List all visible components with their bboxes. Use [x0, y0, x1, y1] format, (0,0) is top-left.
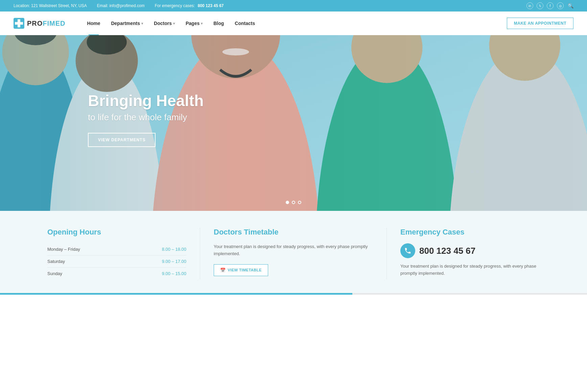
info-section: Opening Hours Monday – Friday 8.00 – 18.…: [0, 211, 587, 293]
facebook-icon[interactable]: f: [547, 2, 554, 9]
svg-rect-1: [15, 22, 23, 25]
doctors-timetable-block: Doctors Timetable Your treatment plan is…: [200, 228, 387, 279]
emergency-block: Emergency Cases 800 123 45 67 Your treat…: [387, 228, 573, 279]
logo[interactable]: PROFIMED: [14, 18, 66, 29]
emergency-title: Emergency Cases: [400, 228, 540, 237]
hours-row-2: Saturday 9.00 – 17.00: [47, 255, 186, 268]
main-nav: Home Departments ▾ Doctors ▾ Pages ▾ Blo…: [83, 11, 507, 35]
search-icon[interactable]: 🔍: [568, 3, 573, 8]
opening-hours-block: Opening Hours Monday – Friday 8.00 – 18.…: [14, 228, 200, 279]
emergency-text: For emergency cases: 800 123 45 67: [155, 3, 224, 8]
phone-svg-icon: [404, 247, 412, 254]
slider-dot-2[interactable]: [292, 201, 295, 204]
timetable-description: Your treatment plan is designed for stea…: [214, 243, 373, 258]
hours-row-3: Sunday 9.00 – 15.00: [47, 268, 186, 279]
nav-item-contacts[interactable]: Contacts: [230, 11, 260, 35]
slider-dots: [286, 201, 301, 204]
emergency-description: Your treatment plan is designed for stea…: [400, 263, 540, 277]
emergency-phone-number: 800 123 45 67: [419, 246, 475, 256]
time-3: 9.00 – 15.00: [162, 271, 186, 276]
twitter-icon[interactable]: 𝕏: [537, 2, 543, 9]
location-text: Location: 121 Wallstreet Street, NY, USA: [14, 3, 87, 8]
day-2: Saturday: [47, 259, 65, 264]
logo-icon: [14, 18, 24, 29]
nav-item-departments[interactable]: Departments ▾: [106, 11, 148, 35]
plus-logo-icon: [14, 19, 24, 28]
nav-item-pages[interactable]: Pages ▾: [181, 11, 207, 35]
top-bar-right: in 𝕏 f ◎ 🔍: [526, 2, 573, 9]
phone-icon: [400, 243, 415, 258]
header: PROFIMED Home Departments ▾ Doctors ▾ Pa…: [0, 11, 587, 35]
day-3: Sunday: [47, 271, 62, 276]
social-icons: in 𝕏 f ◎: [526, 2, 564, 9]
instagram-icon[interactable]: ◎: [557, 2, 564, 9]
top-bar: Location: 121 Wallstreet Street, NY, USA…: [0, 0, 587, 11]
hero-section: Bringing Health to life for the whole fa…: [0, 35, 587, 211]
email-text: Email: info@profimed.com: [97, 3, 145, 8]
emergency-phone-text: 800 123 45 67: [198, 3, 224, 8]
appointment-button[interactable]: MAKE AN APPOINTMENT: [507, 18, 573, 29]
hero-subtitle: to life for the whole family: [88, 112, 204, 123]
nav-item-blog[interactable]: Blog: [209, 11, 229, 35]
slider-dot-1[interactable]: [286, 201, 289, 204]
chevron-down-icon: ▾: [141, 22, 143, 25]
nav-item-home[interactable]: Home: [83, 11, 105, 35]
hours-row-1: Monday – Friday 8.00 – 18.00: [47, 243, 186, 255]
logo-text: PROFIMED: [27, 20, 66, 27]
time-2: 9.00 – 17.00: [162, 259, 186, 264]
nav-item-doctors[interactable]: Doctors ▾: [149, 11, 180, 35]
slider-dot-3[interactable]: [298, 201, 301, 204]
opening-hours-title: Opening Hours: [47, 228, 186, 237]
view-departments-button[interactable]: VIEW DEPARTMENTS: [88, 133, 156, 147]
chevron-down-icon: ▾: [173, 22, 175, 25]
hero-content: Bringing Health to life for the whole fa…: [0, 92, 204, 154]
chevron-down-icon: ▾: [201, 22, 203, 25]
emergency-phone-row: 800 123 45 67: [400, 243, 540, 258]
time-1: 8.00 – 18.00: [162, 247, 186, 252]
calendar-icon: 📅: [220, 268, 226, 273]
linkedin-icon[interactable]: in: [526, 2, 533, 9]
hero-title: Bringing Health: [88, 92, 204, 109]
view-timetable-button[interactable]: 📅 VIEW TIMETABLE: [214, 264, 268, 276]
top-bar-left: Location: 121 Wallstreet Street, NY, USA…: [14, 3, 224, 8]
timetable-title: Doctors Timetable: [214, 228, 373, 237]
bottom-accent-bar: [0, 293, 587, 295]
day-1: Monday – Friday: [47, 247, 80, 252]
